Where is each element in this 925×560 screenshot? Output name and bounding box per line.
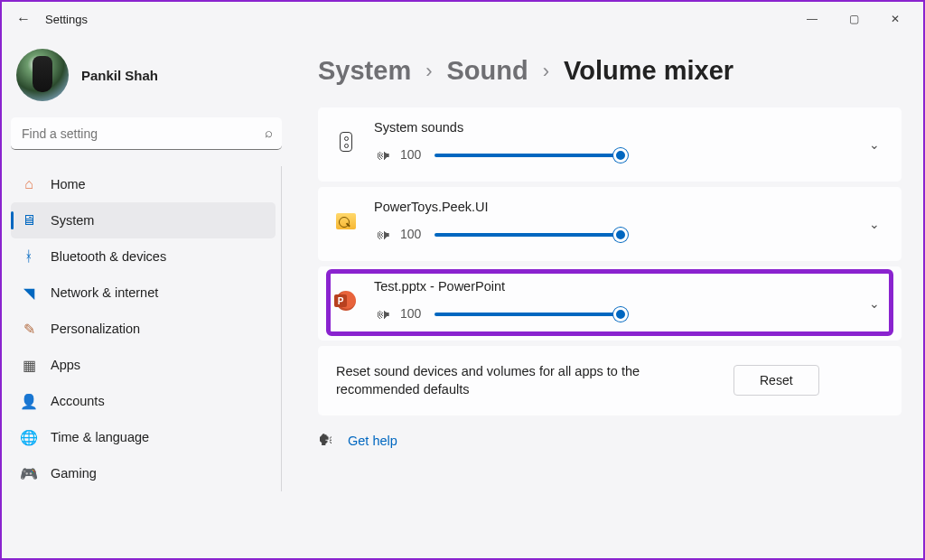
page-title: Volume mixer (564, 56, 733, 86)
speaker-icon[interactable]: 🕪 (376, 227, 389, 242)
sidebar-item-label: Personalization (51, 322, 140, 336)
app-volume-card-system-sounds[interactable]: System sounds 🕪 100 ⌄ (318, 107, 902, 182)
sidebar: Pankil Shah ⌕ ⌂Home 🖥System ᚼBluetooth &… (2, 36, 291, 558)
reset-button[interactable]: Reset (733, 365, 819, 396)
speaker-icon[interactable]: 🕪 (376, 306, 389, 322)
sidebar-item-bluetooth[interactable]: ᚼBluetooth & devices (11, 238, 276, 275)
help-icon: 🗣 (318, 432, 333, 450)
home-icon: ⌂ (20, 175, 38, 193)
app-volume-card-powertoys[interactable]: PowerToys.Peek.UI 🕪 100 ⌄ (318, 187, 902, 261)
maximize-button[interactable]: ▢ (833, 5, 874, 33)
volume-value: 100 (400, 147, 424, 162)
sidebar-item-personalization[interactable]: ✎Personalization (11, 311, 276, 347)
sidebar-item-network[interactable]: ◥Network & internet (11, 275, 276, 311)
volume-slider[interactable] (434, 225, 624, 243)
search-icon: ⌕ (265, 125, 273, 140)
sidebar-item-time-language[interactable]: 🌐Time & language (11, 419, 276, 455)
title-bar: ← Settings — ▢ ✕ (2, 2, 923, 36)
sidebar-item-label: Gaming (51, 466, 97, 481)
app-name-label: PowerToys.Peek.UI (374, 200, 883, 214)
avatar (16, 49, 69, 101)
gamepad-icon: 🎮 (20, 464, 38, 482)
help-row: 🗣 Get help (318, 432, 902, 450)
nav-list: ⌂Home 🖥System ᚼBluetooth & devices ◥Netw… (11, 166, 282, 491)
globe-icon: 🌐 (20, 428, 38, 446)
sidebar-item-system[interactable]: 🖥System (11, 202, 276, 238)
chevron-down-icon[interactable]: ⌄ (869, 217, 880, 231)
chevron-right-icon: › (543, 60, 549, 83)
reset-card: Reset sound devices and volumes for all … (318, 346, 902, 415)
sidebar-item-label: Bluetooth & devices (51, 249, 166, 264)
volume-slider[interactable] (434, 145, 624, 163)
wifi-icon: ◥ (20, 284, 38, 302)
main-area: System › Sound › Volume mixer System sou… (291, 36, 923, 558)
volume-value: 100 (400, 306, 424, 321)
bluetooth-icon: ᚼ (20, 247, 38, 266)
breadcrumb-system[interactable]: System (318, 56, 411, 86)
volume-slider[interactable] (434, 304, 624, 322)
search-input[interactable] (11, 117, 282, 150)
person-icon: 👤 (20, 392, 38, 410)
sidebar-item-gaming[interactable]: 🎮Gaming (11, 455, 276, 491)
system-icon: 🖥 (20, 211, 38, 229)
sidebar-item-accounts[interactable]: 👤Accounts (11, 383, 276, 419)
search-box[interactable]: ⌕ (11, 117, 282, 150)
app-volume-card-powerpoint[interactable]: Test.pptx - PowerPoint 🕪 100 ⌄ (318, 266, 902, 341)
user-name: Pankil Shah (81, 68, 158, 83)
breadcrumb: System › Sound › Volume mixer (318, 56, 902, 86)
chevron-down-icon[interactable]: ⌄ (869, 296, 880, 311)
reset-description: Reset sound devices and volumes for all … (336, 362, 715, 399)
minimize-button[interactable]: — (791, 5, 833, 33)
speaker-icon[interactable]: 🕪 (376, 147, 389, 163)
speaker-device-icon (336, 129, 356, 154)
sidebar-item-apps[interactable]: ▦Apps (11, 347, 276, 383)
back-button[interactable]: ← (9, 5, 38, 33)
chevron-down-icon[interactable]: ⌄ (869, 137, 880, 152)
brush-icon: ✎ (20, 320, 38, 338)
apps-icon: ▦ (20, 356, 38, 374)
powerpoint-icon (336, 288, 356, 313)
sidebar-item-label: Network & internet (51, 285, 158, 300)
app-name-label: Test.pptx - PowerPoint (374, 279, 883, 294)
sidebar-item-label: System (51, 213, 94, 228)
close-button[interactable]: ✕ (874, 5, 916, 33)
window-title: Settings (45, 13, 88, 26)
sidebar-item-label: Apps (51, 358, 80, 372)
breadcrumb-sound[interactable]: Sound (447, 56, 528, 86)
sidebar-item-home[interactable]: ⌂Home (11, 166, 276, 202)
sidebar-item-label: Accounts (51, 394, 105, 408)
chevron-right-icon: › (425, 60, 432, 83)
get-help-link[interactable]: Get help (348, 434, 397, 448)
folder-search-icon (336, 209, 356, 234)
sidebar-item-label: Home (51, 177, 86, 191)
app-name-label: System sounds (374, 120, 883, 135)
user-identity[interactable]: Pankil Shah (11, 45, 282, 117)
volume-value: 100 (400, 227, 424, 241)
sidebar-item-label: Time & language (51, 430, 149, 444)
